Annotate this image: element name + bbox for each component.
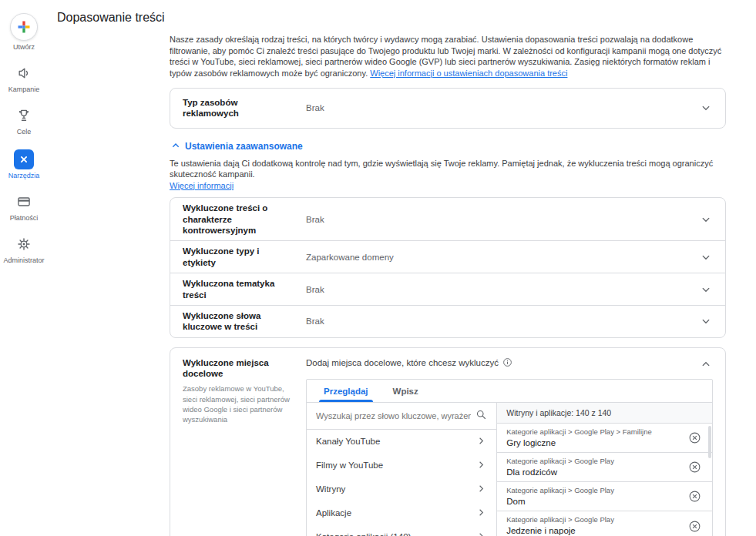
chevron-right-icon	[475, 483, 487, 496]
selected-item-name: Dom	[506, 496, 614, 507]
row-label: Wykluczone typy i etykiety	[183, 246, 306, 268]
sidebar-item-kampanie[interactable]: Kampanie	[0, 59, 48, 101]
sidebar-item-label: Narzędzia	[8, 172, 40, 180]
sidebar-item-label: Administrator	[3, 256, 44, 265]
selected-header: Witryny i aplikacje: 140 z 140	[497, 403, 712, 424]
plus-icon	[10, 13, 38, 41]
info-icon[interactable]	[502, 357, 512, 369]
chevron-down-icon[interactable]	[699, 250, 713, 264]
picker-tabs: Przeglądaj Wpisz	[307, 380, 712, 403]
chevron-down-icon[interactable]	[699, 213, 713, 226]
placement-search-input[interactable]	[316, 411, 471, 420]
placement-picker: Przeglądaj Wpisz	[306, 379, 713, 536]
sidebar-item-platnosci[interactable]: Płatności	[0, 187, 48, 229]
gear-icon	[16, 236, 32, 254]
row-label: Wykluczone treści o charakterze kontrowe…	[183, 203, 306, 236]
selected-item: Kategorie aplikacji > Google Play > Fami…	[497, 424, 712, 453]
sidebar-item-cele[interactable]: Cele	[0, 101, 48, 143]
exclusions-card: Wykluczone treści o charakterze kontrowe…	[170, 197, 726, 337]
placements-label: Wykluczone miejsca docelowe	[183, 357, 294, 380]
browse-item-apps[interactable]: Aplikacje	[307, 501, 496, 525]
selected-item-path: Kategorie aplikacji > Google Play	[506, 515, 614, 524]
inventory-type-panel[interactable]: Typ zasobów reklamowych Brak	[170, 88, 726, 129]
row-types-labels[interactable]: Wykluczone typy i etykiety Zaparkowane d…	[170, 240, 725, 273]
selected-item: Kategorie aplikacji > Google Play Jedzen…	[497, 511, 712, 536]
browse-item-label: Kanały YouTube	[316, 437, 380, 446]
chevron-down-icon[interactable]	[699, 101, 713, 115]
browse-item-label: Filmy w YouTube	[316, 461, 383, 470]
remove-icon[interactable]	[688, 490, 701, 503]
search-icon[interactable]	[475, 409, 487, 423]
row-value: Brak	[306, 215, 699, 224]
remove-icon[interactable]	[688, 461, 701, 474]
advanced-description-text: Te ustawienia dają Ci dodatkową kontrolę…	[170, 159, 713, 179]
chevron-right-icon	[475, 459, 487, 472]
browse-pane: Kanały YouTube Filmy w YouTube	[307, 403, 497, 536]
tab-wpisz[interactable]: Wpisz	[381, 380, 431, 402]
excluded-placements-card: Wykluczone miejsca docelowe Zasoby rekla…	[170, 347, 726, 536]
inventory-type-value: Brak	[306, 103, 699, 112]
remove-icon[interactable]	[688, 520, 701, 533]
intro-learn-more-link[interactable]: Więcej informacji o ustawieniach dopasow…	[370, 69, 567, 78]
selected-item-path: Kategorie aplikacji > Google Play	[506, 457, 614, 466]
browse-item-label: Kategorie aplikacji (140)	[316, 532, 411, 536]
row-label: Wykluczone słowa kluczowe w treści	[183, 310, 306, 333]
browse-item-app-categories[interactable]: Kategorie aplikacji (140)	[307, 525, 496, 536]
browse-item-youtube-videos[interactable]: Filmy w YouTube	[307, 454, 496, 477]
page-title: Dopasowanie treści	[57, 11, 742, 25]
sidebar: Utwórz Kampanie Cele Narzędzia	[0, 0, 48, 536]
selected-item: Kategorie aplikacji > Google Play Dla ro…	[497, 453, 712, 482]
advanced-description: Te ustawienia dają Ci dodatkową kontrolę…	[170, 158, 726, 192]
chevron-up-icon	[170, 139, 182, 154]
tools-icon	[14, 149, 34, 169]
advanced-learn-more-link[interactable]: Więcej informacji	[170, 181, 234, 190]
intro-paragraph: Nasze zasady określają rodzaj treści, na…	[170, 34, 726, 79]
card-icon	[16, 194, 32, 212]
advanced-settings-label: Ustawienia zaawansowane	[185, 141, 303, 152]
chevron-right-icon	[475, 435, 487, 448]
megaphone-icon	[16, 65, 32, 83]
row-content-themes[interactable]: Wykluczona tematyka treści Brak	[170, 273, 725, 305]
collapse-chevron-up-icon[interactable]	[699, 357, 713, 371]
scrollbar-thumb[interactable]	[708, 426, 711, 458]
selected-pane: Witryny i aplikacje: 140 z 140 Kategorie…	[497, 403, 712, 536]
browse-item-websites[interactable]: Witryny	[307, 477, 496, 501]
advanced-settings-toggle[interactable]: Ustawienia zaawansowane	[170, 139, 726, 154]
chevron-down-icon[interactable]	[699, 314, 713, 328]
row-value: Brak	[306, 285, 699, 294]
sidebar-item-label: Cele	[17, 128, 32, 136]
selected-item-path: Kategorie aplikacji > Google Play	[506, 486, 614, 495]
row-value: Brak	[306, 317, 699, 326]
row-value: Zaparkowane domeny	[306, 253, 699, 262]
row-controversial-content[interactable]: Wykluczone treści o charakterze kontrowe…	[170, 198, 725, 240]
search-row	[307, 403, 496, 430]
chevron-right-icon	[475, 507, 487, 520]
selected-item: Kategorie aplikacji > Google Play Dom	[497, 482, 712, 511]
selected-item-name: Dla rodziców	[506, 467, 614, 477]
row-label: Wykluczona tematyka treści	[183, 278, 306, 300]
placements-label-column: Wykluczone miejsca docelowe Zasoby rekla…	[183, 357, 306, 536]
tab-przegladaj[interactable]: Przeglądaj	[311, 380, 381, 402]
picker-title-row: Dodaj miejsca docelowe, które chcesz wyk…	[306, 357, 512, 369]
placements-sublabel: Zasoby reklamowe w YouTube, sieci reklam…	[183, 384, 294, 424]
chevron-right-icon	[475, 531, 487, 536]
main-area: Dopasowanie treści Nasze zasady określaj…	[48, 0, 756, 536]
sidebar-item-label: Płatności	[10, 214, 39, 223]
sidebar-item-label: Utwórz	[13, 43, 35, 52]
sidebar-item-label: Kampanie	[8, 85, 40, 94]
browse-item-youtube-channels[interactable]: Kanały YouTube	[307, 430, 496, 454]
selected-item-path: Kategorie aplikacji > Google Play > Fami…	[506, 427, 652, 437]
inventory-type-label: Typ zasobów reklamowych	[183, 97, 306, 119]
sidebar-item-narzedzia[interactable]: Narzędzia	[0, 142, 48, 187]
browse-item-label: Witryny	[316, 484, 345, 494]
sidebar-item-administrator[interactable]: Administrator	[0, 229, 48, 272]
remove-icon[interactable]	[688, 431, 701, 444]
selected-item-name: Gry logiczne	[506, 437, 652, 448]
picker-title: Dodaj miejsca docelowe, które chcesz wyk…	[306, 358, 499, 367]
selected-item-name: Jedzenie i napoje	[506, 525, 614, 536]
row-content-keywords[interactable]: Wykluczone słowa kluczowe w treści Brak	[170, 305, 725, 337]
create-button[interactable]: Utwórz	[0, 6, 48, 59]
placements-picker-area: Dodaj miejsca docelowe, które chcesz wyk…	[306, 357, 713, 536]
content-column: Nasze zasady określają rodzaj treści, na…	[170, 34, 726, 536]
chevron-down-icon[interactable]	[699, 283, 713, 296]
